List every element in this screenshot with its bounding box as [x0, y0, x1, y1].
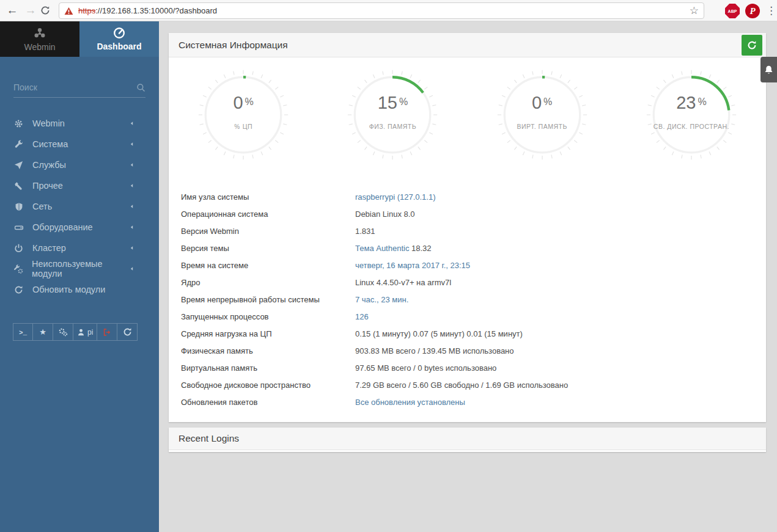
info-value-link[interactable]: 126 — [355, 312, 369, 321]
recent-logins-header: Recent Logins — [169, 428, 766, 450]
sidebar-item-cluster[interactable]: Кластер — [0, 238, 159, 258]
logout-icon — [103, 328, 111, 337]
footer-refresh-button[interactable] — [117, 323, 138, 341]
info-value-link[interactable]: четверг, 16 марта 2017 г., 23:15 — [355, 261, 470, 270]
footer-favorites-button[interactable]: ★ — [33, 323, 53, 341]
system-info-panel: Системная Информация 0% %ЦП 15% ФИЗ. ПАМ… — [169, 33, 766, 422]
info-value-text: 7.29 GB всего / 5.60 GB свободно / 1.69 … — [355, 381, 568, 390]
caret-left-icon — [127, 183, 137, 189]
tab-dashboard[interactable]: Dashboard — [79, 21, 159, 57]
sidebar-item-webmin[interactable]: Webmin — [0, 113, 159, 134]
gauge-cpu-label: %ЦП — [234, 123, 252, 130]
dashboard-icon — [113, 27, 125, 39]
adblock-extension-icon[interactable]: ABP — [725, 4, 740, 18]
gauge-phys-memory-value: 15% — [378, 93, 408, 113]
info-value-text: 18.32 — [409, 244, 431, 253]
info-value-link[interactable]: raspberrypi (127.0.1.1) — [355, 192, 436, 202]
reload-icon — [40, 5, 57, 15]
info-row-label: Свободное дисковое пространство — [181, 381, 355, 390]
sidebar-menu: WebminСистемаСлужбыПрочееСетьОборудовани… — [0, 113, 159, 300]
sidebar-item-label: Система — [32, 139, 68, 149]
bookmark-star-icon[interactable]: ☆ — [690, 4, 699, 17]
url-rest: ://192.168.1.35:10000/?dashboard — [95, 6, 217, 15]
browser-forward-icon[interactable]: → — [22, 2, 39, 19]
sidebar-item-networking[interactable]: Сеть — [0, 196, 159, 217]
info-row-value: четверг, 16 марта 2017 г., 23:15 — [355, 261, 470, 270]
info-value-text: 903.83 MB всего / 139.45 MB использовано — [355, 346, 514, 355]
paper-plane-icon — [13, 161, 24, 170]
recent-logins-panel: Recent Logins — [169, 428, 766, 452]
table-row: Время непрерывной работы системы 7 час.,… — [181, 291, 754, 308]
info-row-label: Запущенных процессов — [181, 312, 355, 321]
table-row: Ядро Linux 4.4.50-v7+ на armv7l — [181, 274, 754, 291]
caret-left-icon — [127, 224, 137, 230]
info-row-label: Операционная система — [181, 210, 355, 219]
tools-icon — [13, 264, 23, 274]
recent-logins-title: Recent Logins — [179, 433, 239, 444]
user-icon — [77, 328, 85, 337]
notifications-tab[interactable] — [760, 57, 777, 82]
system-info-table: Имя узла системы raspberrypi (127.0.1.1)… — [181, 188, 754, 410]
info-value-link[interactable]: Тема Authentic — [355, 244, 409, 253]
spanner-icon — [13, 181, 24, 191]
refresh-icon — [123, 327, 132, 337]
sidebar-item-others[interactable]: Прочее — [0, 175, 159, 196]
sidebar-item-label: Службы — [32, 160, 66, 170]
caret-left-icon — [127, 203, 137, 210]
info-row-label: Обновления пакетов — [181, 398, 355, 407]
pinterest-extension-icon[interactable]: P — [745, 4, 760, 18]
footer-terminal-button[interactable]: >_ — [13, 323, 33, 341]
terminal-icon: >_ — [19, 328, 27, 337]
info-row-value: 903.83 MB всего / 139.45 MB использовано — [355, 346, 514, 355]
table-row: Свободное дисковое пространство 7.29 GB … — [181, 376, 754, 393]
gauge-disk-space: 23% СВ. ДИСК. ПРОСТРАН. — [617, 68, 766, 161]
sidebar-item-label: Прочее — [32, 181, 63, 191]
webmin-logo-icon — [33, 26, 46, 40]
table-row: Версия темы Тема Authentic 18.32 — [181, 239, 754, 257]
table-row: Имя узла системы raspberrypi (127.0.1.1) — [181, 188, 754, 205]
sidebar-item-system[interactable]: Система — [0, 134, 159, 155]
info-row-value: raspberrypi (127.0.1.1) — [355, 192, 436, 202]
gauge-virt-memory-value: 0% — [532, 93, 552, 113]
gauge-disk-space-label: СВ. ДИСК. ПРОСТРАН. — [654, 123, 729, 130]
sidebar-item-label: Обновить модули — [32, 285, 105, 294]
sidebar-item-unused-modules[interactable]: Неиспользуемые модули — [0, 258, 159, 279]
footer-logout-button[interactable] — [97, 323, 117, 341]
sidebar-item-hardware[interactable]: Оборудование — [0, 217, 159, 238]
info-row-value: 7 час., 23 мин. — [355, 295, 408, 304]
footer-settings-button[interactable] — [53, 323, 73, 341]
info-row-label: Время на системе — [181, 261, 355, 270]
bell-icon — [764, 65, 774, 75]
info-row-label: Физическая память — [181, 346, 355, 355]
sidebar-item-label: Сеть — [32, 202, 52, 211]
search-input[interactable] — [13, 82, 136, 92]
info-value-link[interactable]: Все обновления установлены — [355, 398, 465, 407]
footer-user-button[interactable]: pi — [73, 323, 97, 341]
info-value-text: Linux 4.4.50-v7+ на armv7l — [355, 278, 451, 287]
sidebar-item-refresh-modules[interactable]: Обновить модули — [0, 279, 159, 300]
refresh-icon — [13, 285, 24, 294]
table-row: Средняя нагрузка на ЦП 0.15 (1 минуту) 0… — [181, 325, 754, 342]
browser-menu-icon[interactable]: ⋮ — [766, 2, 776, 20]
info-row-label: Средняя нагрузка на ЦП — [181, 329, 355, 338]
power-icon — [13, 244, 24, 253]
table-row: Версия Webmin 1.831 — [181, 222, 754, 239]
sidebar-item-label: Неиспользуемые модули — [32, 259, 127, 279]
info-value-text: Debian Linux 8.0 — [355, 210, 415, 219]
tab-webmin[interactable]: Webmin — [0, 21, 79, 57]
sidebar-search — [13, 82, 145, 98]
info-value-link[interactable]: 7 час., 23 мин. — [355, 295, 408, 304]
info-row-label: Версия темы — [181, 244, 355, 253]
browser-back-icon[interactable]: ← — [4, 2, 21, 19]
info-row-value: 126 — [355, 312, 369, 321]
gauge-virt-memory: 0% ВИРТ. ПАМЯТЬ — [468, 68, 617, 161]
caret-left-icon — [127, 120, 137, 126]
gear-icon — [13, 119, 24, 128]
address-bar[interactable]: https://192.168.1.35:10000/?dashboard ☆ — [59, 2, 704, 19]
info-row-label: Ядро — [181, 278, 355, 287]
browser-reload-icon[interactable] — [40, 2, 57, 19]
refresh-panel-button[interactable] — [742, 35, 762, 56]
sidebar-item-services[interactable]: Службы — [0, 155, 159, 175]
table-row: Операционная система Debian Linux 8.0 — [181, 205, 754, 222]
info-row-value: 1.831 — [355, 227, 375, 236]
